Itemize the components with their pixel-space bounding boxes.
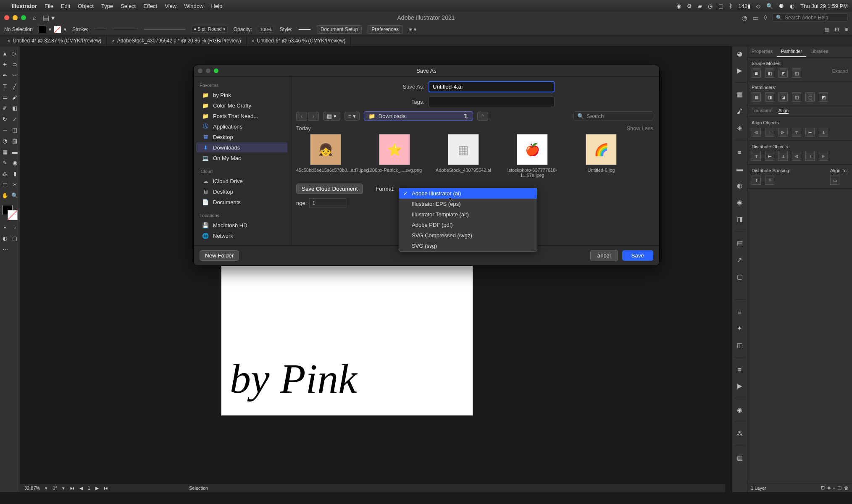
more-tools[interactable]: ⋯ [0,244,10,255]
free-transform-tool[interactable]: ◫ [10,124,20,135]
direct-selection-tool[interactable]: ▷ [10,48,20,59]
close-tab-icon[interactable]: × [112,38,114,43]
type-tool[interactable]: T [0,81,10,92]
range-input[interactable] [309,198,347,208]
status-icon[interactable]: ⚙ [687,3,692,9]
share-icon[interactable]: ▭ [752,14,759,22]
sidebar-item[interactable]: ⒶApplications [196,121,287,131]
bluetooth-icon[interactable]: ᛒ [729,3,733,9]
sidebar-item[interactable]: 💻On My Mac [196,153,287,163]
fullscreen-window-button[interactable] [21,15,26,20]
info-icon[interactable]: ⁂ [735,429,745,439]
filename-input[interactable] [429,81,555,92]
search-help-input[interactable]: 🔍 Search Adobe Help [772,13,848,22]
close-tab-icon[interactable]: × [252,38,254,43]
hand-tool[interactable]: ✋ [0,190,10,201]
show-less-button[interactable]: Show Less [626,125,653,131]
intersect-icon[interactable]: ◩ [778,68,788,78]
swatches-icon[interactable]: ▦ [735,89,745,100]
cancel-button[interactable]: ancel [590,250,618,261]
display-icon[interactable]: ▢ [718,3,723,9]
gradient-tool[interactable]: ▬ [10,146,20,157]
finder-search[interactable]: 🔍 Search [573,111,653,121]
sidebar-item[interactable]: 🖥Desktop [196,186,287,197]
paintbrush-tool[interactable]: 🖌 [10,92,20,102]
graph-tool[interactable]: ▮ [10,168,20,179]
align-top-icon[interactable]: ⊤ [792,128,801,137]
distribute-hspace-icon[interactable]: ⫶ [752,176,761,185]
properties-tab[interactable]: Properties [747,46,777,57]
siri-icon[interactable]: ◐ [790,3,794,9]
distribute-vspace-icon[interactable]: ⫴ [765,176,774,185]
menu-type[interactable]: Type [101,3,113,9]
merge-icon[interactable]: ◪ [778,92,788,102]
divide-icon[interactable]: ▦ [752,92,761,102]
trim-icon[interactable]: ◨ [765,92,774,102]
tags-input[interactable] [429,97,555,107]
menu-view[interactable]: View [165,3,176,9]
artboard-nav-prev[interactable]: ◀ [79,486,83,491]
artboard-nav-first[interactable]: ⏮ [70,486,74,491]
shaper-tool[interactable]: ✐ [0,102,10,113]
expand-button[interactable]: ^ [477,112,488,121]
transform-subtab[interactable]: Transform [752,108,773,114]
file-item[interactable]: ▦AdobeStock_430795542.ai [434,134,493,178]
essentials-icon[interactable]: ▦ [824,26,829,32]
dialog-max-dot[interactable] [214,68,218,73]
expand-button[interactable]: Expand [832,68,848,78]
sidebar-item[interactable]: 💾Macintosh HD [196,220,287,230]
exclude-icon[interactable]: ◫ [792,68,801,78]
navigator-icon[interactable]: ◉ [735,405,745,415]
file-item[interactable]: 🍎istockphoto-637777618-1...67a.jpeg [503,134,562,178]
screen-mode[interactable]: ▢ [10,233,20,244]
minus-back-icon[interactable]: ◩ [819,92,828,102]
preferences-button[interactable]: Preferences [368,25,402,34]
crop-icon[interactable]: ◫ [792,92,801,102]
distribute-left-icon[interactable]: ⫷ [792,152,801,161]
rectangle-tool[interactable]: ▭ [0,92,10,102]
record-icon[interactable]: ◉ [676,3,681,9]
stroke-swatch[interactable] [54,26,61,33]
format-option[interactable]: Illustrator EPS (eps) [399,199,537,209]
artboard-nav-next[interactable]: ▶ [95,486,99,491]
home-icon[interactable]: ⌂ [33,14,36,21]
file-item[interactable]: ⭐1200px-Patrick_....svg.png [365,134,424,178]
layer-locate-icon[interactable]: ◈ [827,485,831,491]
wifi-icon[interactable]: ◇ [756,3,760,9]
dialog-min-dot[interactable] [206,68,210,73]
sidebar-item-selected[interactable]: ⬇Downloads [196,142,287,152]
format-option[interactable]: SVG Compressed (svgz) [399,230,537,241]
menu-select[interactable]: Select [121,3,136,9]
curvature-tool[interactable]: 〰 [10,70,20,81]
mesh-tool[interactable]: ▦ [0,146,10,157]
new-folder-button[interactable]: New Folder [200,250,239,261]
panel-toggle-icon[interactable]: ≡ [735,307,745,317]
symbol-sprayer-tool[interactable]: ⁂ [0,168,10,179]
sidebar-item[interactable]: 🌐Network [196,231,287,241]
slice-tool[interactable]: ✂ [10,179,20,190]
shape-builder-tool[interactable]: ◔ [0,135,10,146]
align-icon[interactable]: ⊞ ▾ [408,26,416,32]
distribute-bottom-icon[interactable]: ⊥ [778,152,788,161]
layers-icon[interactable]: ▤ [735,238,745,248]
sidebar-item[interactable]: 📁Posts That Need... [196,111,287,121]
sidebar-item[interactable]: ☁iCloud Drive [196,176,287,186]
save-cloud-button[interactable]: Save Cloud Document [296,184,363,194]
transform-icon[interactable]: ⊡ [835,26,839,32]
fill-swatch[interactable] [39,26,46,33]
libraries-tab[interactable]: Libraries [806,46,832,57]
battery-icon[interactable]: 142▮ [739,3,751,9]
align-vcenter-icon[interactable]: ⊢ [805,128,815,137]
save-button[interactable]: Save [622,250,653,261]
datetime[interactable]: Thu Jul 29 1:59 PM [800,3,848,9]
asset-export-icon[interactable]: ↗ [735,255,745,265]
sidebar-item[interactable]: 🖥Desktop [196,132,287,142]
icon-view-button[interactable]: ▦ ▾ [323,112,340,121]
format-option[interactable]: Adobe PDF (pdf) [399,220,537,230]
pathfinder-tab[interactable]: Pathfinder [777,46,806,57]
document-tab[interactable]: × Untitled-4* @ 32.87 % (CMYK/Preview) [3,35,107,46]
magic-wand-tool[interactable]: ✦ [0,59,10,70]
layer-sublayer-icon[interactable]: ▫ [833,486,835,491]
actions-icon[interactable]: ▶ [735,381,745,391]
unite-icon[interactable]: ◼ [752,68,761,78]
